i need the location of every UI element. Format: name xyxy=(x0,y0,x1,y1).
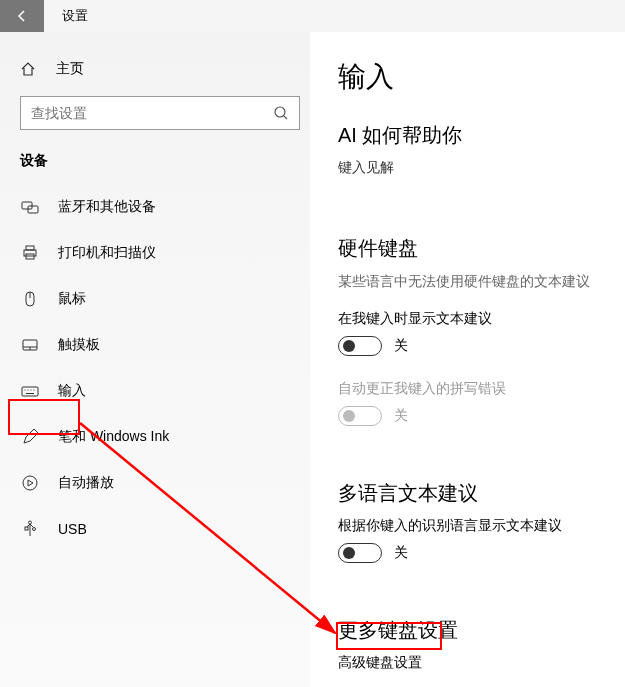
sidebar-item-mouse[interactable]: 鼠标 xyxy=(10,276,310,322)
sidebar-item-pen[interactable]: 笔和 Windows Ink xyxy=(10,414,310,460)
arrow-left-icon xyxy=(14,8,30,24)
svg-point-0 xyxy=(275,107,285,117)
sidebar-item-label: 蓝牙和其他设备 xyxy=(58,198,156,216)
toggle-state: 关 xyxy=(394,544,408,562)
bluetooth-devices-icon xyxy=(20,198,40,216)
usb-icon xyxy=(20,520,40,538)
sidebar-item-label: 自动播放 xyxy=(58,474,114,492)
search-input[interactable] xyxy=(31,105,273,121)
sidebar-item-label: 鼠标 xyxy=(58,290,86,308)
search-box[interactable] xyxy=(20,96,300,130)
sidebar-item-touchpad[interactable]: 触摸板 xyxy=(10,322,310,368)
keyboard-icon xyxy=(20,382,40,400)
svg-rect-19 xyxy=(25,527,28,530)
autoplay-icon xyxy=(20,474,40,492)
sidebar-item-label: 触摸板 xyxy=(58,336,100,354)
section-more-title: 更多键盘设置 xyxy=(338,617,625,644)
svg-rect-11 xyxy=(22,387,38,396)
multilang-toggle[interactable] xyxy=(338,543,382,563)
printer-icon xyxy=(20,244,40,262)
advanced-keyboard-link[interactable]: 高级键盘设置 xyxy=(338,654,625,672)
sidebar-item-bluetooth[interactable]: 蓝牙和其他设备 xyxy=(10,184,310,230)
page-title: 输入 xyxy=(338,58,625,96)
sidebar-item-usb[interactable]: USB xyxy=(10,506,310,552)
window-title: 设置 xyxy=(62,7,88,25)
svg-point-18 xyxy=(29,521,32,524)
section-hardware-title: 硬件键盘 xyxy=(338,235,625,262)
show-suggestions-label: 在我键入时显示文本建议 xyxy=(338,310,625,328)
sidebar-item-label: 打印机和扫描仪 xyxy=(58,244,156,262)
svg-rect-4 xyxy=(26,246,34,250)
svg-point-17 xyxy=(23,476,37,490)
svg-point-20 xyxy=(33,528,36,531)
section-ai-title: AI 如何帮助你 xyxy=(338,122,625,149)
sidebar-item-label: USB xyxy=(58,521,87,537)
sidebar-item-typing[interactable]: 输入 xyxy=(10,368,310,414)
sidebar-item-autoplay[interactable]: 自动播放 xyxy=(10,460,310,506)
sidebar-item-label: 笔和 Windows Ink xyxy=(58,428,169,446)
hardware-note: 某些语言中无法使用硬件键盘的文本建议 xyxy=(338,272,625,292)
sidebar-item-label: 输入 xyxy=(58,382,86,400)
svg-point-15 xyxy=(33,389,34,390)
typing-insights-link[interactable]: 键入见解 xyxy=(338,159,625,177)
back-button[interactable] xyxy=(0,0,44,32)
touchpad-icon xyxy=(20,336,40,354)
main-content: 输入 AI 如何帮助你 键入见解 硬件键盘 某些语言中无法使用硬件键盘的文本建议… xyxy=(310,32,625,687)
toggle-state: 关 xyxy=(394,337,408,355)
titlebar: 设置 xyxy=(0,0,625,32)
category-title: 设备 xyxy=(20,152,310,170)
show-suggestions-toggle[interactable] xyxy=(338,336,382,356)
toggle-state: 关 xyxy=(394,407,408,425)
home-icon xyxy=(20,61,38,77)
sidebar-item-printers[interactable]: 打印机和扫描仪 xyxy=(10,230,310,276)
home-label: 主页 xyxy=(56,60,84,78)
mouse-icon xyxy=(20,290,40,308)
svg-point-14 xyxy=(30,389,31,390)
pen-icon xyxy=(20,428,40,446)
svg-point-13 xyxy=(27,389,28,390)
multilang-label: 根据你键入的识别语言显示文本建议 xyxy=(338,517,625,535)
svg-rect-16 xyxy=(26,393,34,394)
autocorrect-label: 自动更正我键入的拼写错误 xyxy=(338,380,625,398)
home-button[interactable]: 主页 xyxy=(10,50,310,88)
search-icon xyxy=(273,105,289,121)
sidebar: 主页 设备 蓝牙和其他设备 打印机和扫描仪 鼠标 触摸板 xyxy=(0,32,310,687)
svg-point-12 xyxy=(24,389,25,390)
autocorrect-toggle xyxy=(338,406,382,426)
section-multilang-title: 多语言文本建议 xyxy=(338,480,625,507)
